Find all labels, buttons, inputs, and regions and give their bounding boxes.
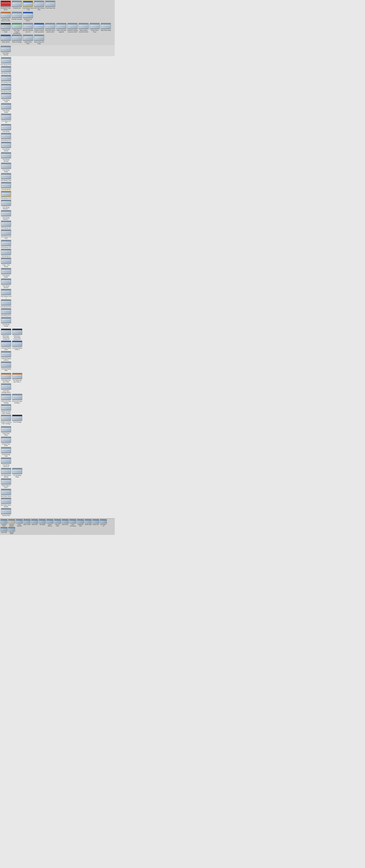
- item-gcn-strategy[interactable]: GCN Strategy: [12, 415, 23, 425]
- nav-item-laws-jackpots[interactable]: laws and Jackpots over 3 k: [23, 23, 33, 33]
- bottom-label: Amanda Richie: [8, 532, 15, 534]
- item-limit-strategy[interactable]: Limit Poker Strategy Basics: [1, 383, 11, 393]
- nav-item-hunting-poker-bonus[interactable]: Hunting Poker Bonus: [23, 12, 33, 22]
- item-free-money-bullying2[interactable]: Free Money Bullying? 2: [1, 210, 11, 220]
- item-free-money-absolute[interactable]: Free Money Absolute: [1, 152, 11, 162]
- bottom-item-daniel-petrocco[interactable]: Daniel Petrocco: [46, 519, 54, 527]
- item-fixed-limit1[interactable]: Fixed Limit Poker Strategy: [1, 394, 11, 404]
- bottom-item-james-pots[interactable]: James Pots: [31, 519, 38, 527]
- bottom-item-shannon[interactable]: Shannon Elizabeth: [8, 519, 15, 527]
- nav-item-free-poker-journey[interactable]: Free Poker Journey: [0, 46, 11, 56]
- item-hunting-poker-books[interactable]: Hunting Poker Books: [1, 437, 11, 446]
- main-content: Free Money Event Free Money Tiger Free M…: [0, 56, 115, 518]
- item-free-money-coral[interactable]: Free Money Coral: [1, 191, 11, 199]
- item-dictionarys-1[interactable]: Dictionarys - Dictionarys Curling and: [1, 329, 11, 340]
- item-us-casino-sports[interactable]: US CasinoSports Betting: [1, 468, 11, 478]
- thumb-img: [1, 191, 11, 197]
- bottom-item-jennifer[interactable]: Jennifer legal: [85, 519, 92, 527]
- item-free-money-poker[interactable]: Free Money Poker: [1, 299, 11, 308]
- nav-item-bingo[interactable]: Bingo update resources all the: [78, 23, 89, 33]
- item-us-gambling[interactable]: US Gambling Singer: [12, 468, 23, 478]
- nav-item-daily-poker-news[interactable]: Daily Poker News: [100, 23, 111, 31]
- item-best-poker-room[interactable]: Best Poker Room: [1, 489, 11, 497]
- nav-item-english-football[interactable]: English Football Team sponsored: [34, 23, 44, 33]
- nav-item-news-views[interactable]: News Views and Blogs: [34, 35, 44, 44]
- bottom-thumb-img: [8, 527, 15, 532]
- bottom-item-erica-schoenberg[interactable]: Erica Schoenberg: [69, 519, 76, 527]
- item-free-money-club[interactable]: Free Money Club: [1, 240, 11, 248]
- item-free-money-pkr[interactable]: Free Money PKR: [1, 133, 11, 141]
- bottom-item-daniel-usa[interactable]: Daniel-USA: [92, 519, 99, 527]
- item-free-money[interactable]: Free Money: [1, 124, 11, 132]
- item-learning-video[interactable]: Learning Playing Video: [1, 362, 11, 371]
- bottom-item-tiki-tequila[interactable]: Tiki Tequila: [39, 519, 46, 527]
- item-poker-free-money[interactable]: Poker - Free Money: [1, 258, 11, 267]
- item-free-money-fulltips[interactable]: Free Money FullTips: [1, 317, 11, 327]
- item-free-money-go[interactable]: Free Money Go: [1, 249, 11, 257]
- item-learning-online2[interactable]: Learning Playing Online 2: [12, 341, 23, 350]
- bottom-item-poker-n-poker[interactable]: Poker n Poker: [23, 519, 31, 527]
- item-free-money-credit[interactable]: Free Money Credit: [1, 93, 11, 102]
- item-best-poker-room-backup[interactable]: Best Poker Room Backup: [1, 498, 11, 507]
- item-free-money-villain[interactable]: Free Money Villain: [1, 84, 11, 92]
- item-double-nothing[interactable]: Double or Nothing Poker Strategy: [1, 415, 11, 425]
- item-first-steps-2[interactable]: First Steps into your Poker 2: [12, 373, 23, 383]
- item-free-money-bet[interactable]: Free Money Bet: [1, 182, 11, 190]
- nav-item-latest-poker-news[interactable]: Latest Poker News: [23, 35, 33, 44]
- nav-item-chat[interactable]: Chat lorem-ipsum wants to post: [45, 23, 56, 33]
- item-heads-up[interactable]: Heads Up Poker Under Strategy: [1, 404, 11, 414]
- item-free-money-city[interactable]: Free Money City: [1, 221, 11, 229]
- item-free-money-cake[interactable]: Free Money Cake: [1, 173, 11, 181]
- thumb-img: [1, 173, 11, 179]
- bottom-item-views-on-poker[interactable]: Views on Poker: [54, 519, 61, 527]
- bottom-item-isabella[interactable]: Isabella we need: [77, 519, 84, 527]
- bottom-item-brand-facebook[interactable]: Brand Facebook: [15, 519, 23, 527]
- item-learning-online1[interactable]: Learning Playing Online: [1, 341, 11, 350]
- item-share-sites[interactable]: Share Sites of Poker?: [1, 478, 11, 488]
- item-label: Dictionarys - Dictionarys Curling and: [1, 335, 11, 340]
- item-free-money-mansion[interactable]: Free Money Mansion: [1, 278, 11, 288]
- item-free-money-betfair[interactable]: Free Money Betfair: [1, 268, 11, 278]
- nav-item-news-coverage[interactable]: News Coverage: [11, 35, 22, 43]
- item-study-poker-online[interactable]: Study Poker Online: [1, 426, 11, 436]
- item-fixed-limit2[interactable]: Fixed Limit Poker Strategy 2: [12, 394, 23, 404]
- free-money-row25: Free Money Coral 2: [1, 288, 114, 299]
- nav-item-free-money-usa[interactable]: Free Money Poker - USA: [23, 1, 33, 10]
- item-free-money-party[interactable]: Free Money Party: [1, 75, 11, 83]
- nav-item-free-poker-money-real[interactable]: Free Poker Money Real: [34, 1, 44, 10]
- item-free-money-cool-time[interactable]: Free Money Cool Time: [1, 229, 11, 239]
- item-free-money-tiger[interactable]: Free Money Tiger: [1, 66, 11, 74]
- nav-item-freeroll-betting[interactable]: FreeRoll Is Betting resources all the: [67, 23, 78, 33]
- bottom-item-amanda-richie[interactable]: Amanda Richie: [8, 527, 15, 534]
- item-free-money-event[interactable]: Free Money Event: [1, 57, 11, 65]
- bottom-item-goss-camm[interactable]: Goss Camm: [62, 519, 69, 527]
- item-training-poker[interactable]: Training Poker: [1, 508, 11, 516]
- item-free-money-global[interactable]: Free Money Global: [1, 103, 11, 113]
- nav-item-news-stories[interactable]: News Stories: [0, 35, 11, 43]
- item-free-money-symbol[interactable]: Free Money Symbol: [1, 142, 11, 152]
- nav-item-latest-full-tilt[interactable]: Latest Full Tilt Poker: [0, 23, 11, 33]
- thumb-img: [1, 468, 11, 474]
- item-first-steps-1[interactable]: First Steps into your Poker: [1, 373, 11, 383]
- item-free-money-uk[interactable]: Free Money online UK: [1, 458, 11, 467]
- item-free-money-bodog[interactable]: Free Money Bodog: [1, 163, 11, 173]
- item-free-money-eros[interactable]: Free Money Eros: [1, 308, 11, 316]
- nav-item-freerolls[interactable]: Freerolls List: [11, 1, 22, 9]
- nav-item-freerolls-back[interactable]: Freerolls List Back: [11, 12, 22, 20]
- item-pokerstrategy-track[interactable]: PokerStrategy Track: [1, 447, 11, 457]
- nav-item-hunting-poker[interactable]: Hunting Poker Bonus in online: [0, 12, 11, 22]
- nav-item-free-money-tips[interactable]: Free Money Tips: [45, 1, 56, 9]
- item-dictionarys-2[interactable]: Dictionarys - Dictionarys Curling and 2: [12, 329, 23, 340]
- bottom-item-shari-gold[interactable]: Shari Gold: [0, 527, 8, 534]
- item-learning-lessons[interactable]: Learning Playing Lessons: [1, 351, 11, 361]
- thumb-img: [1, 289, 11, 295]
- nav-item-poker-league[interactable]: Free Poker League tournaments: [11, 23, 22, 34]
- nav-item-nevada[interactable]: State of Nevada legalized: [56, 23, 67, 33]
- bottom-item-australian[interactable]: Australian Poker: [0, 519, 8, 527]
- nav-item-no-deposit[interactable]: No Deposit Poker Bonus: [0, 1, 11, 10]
- item-free-money-full-tilt[interactable]: Free Money Full Tilt: [1, 114, 11, 123]
- bottom-item-free-poker-us[interactable]: Free Poker - US: [100, 519, 107, 527]
- item-free-money-bullying1[interactable]: Free Money Bullying? 1: [1, 200, 11, 210]
- nav-item-online-poker-news[interactable]: Online Poker News: [89, 23, 100, 33]
- item-free-money-coral2[interactable]: Free Money Coral 2: [1, 289, 11, 299]
